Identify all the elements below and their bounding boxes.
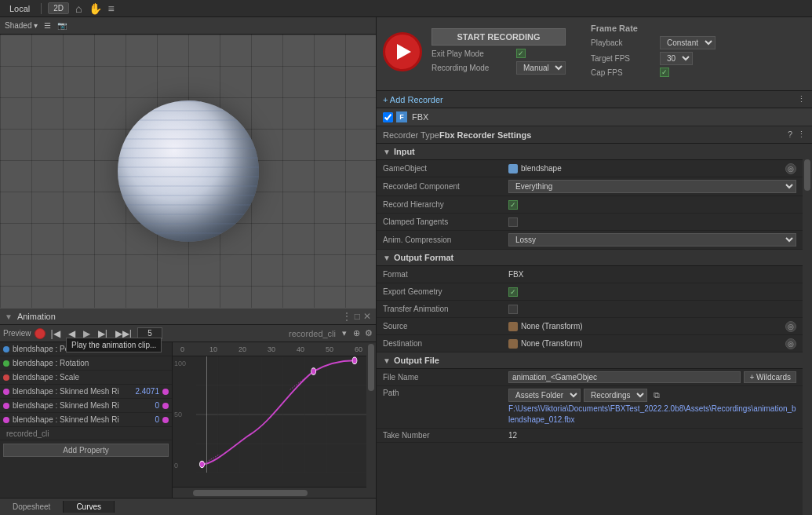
transfer-animation-value	[508, 305, 796, 314]
skip-start-button[interactable]: |◀	[49, 329, 63, 338]
right-scroll-thumb[interactable]	[804, 159, 810, 191]
path-controls: Assets Folder Recordings ⧉	[508, 389, 796, 402]
export-geometry-value: ✓	[508, 287, 796, 297]
help-icon[interactable]: ?	[788, 130, 792, 140]
exit-play-mode-check[interactable]: ✓	[516, 49, 526, 58]
track-name-3: blendshape : Skinned Mesh Ri	[13, 387, 125, 396]
record-button[interactable]	[35, 328, 46, 339]
recorded-component-label: Recorded Component	[383, 182, 508, 191]
track-icon-3	[3, 389, 9, 395]
vp-camera-btn[interactable]: 📷	[57, 21, 67, 30]
destination-select-btn[interactable]: ◎	[785, 338, 796, 349]
anim-vscroll-thumb[interactable]	[368, 344, 374, 391]
path-label: Path	[383, 389, 508, 397]
track-keyframe-dot-4[interactable]	[162, 403, 169, 409]
settings-menu-icon[interactable]: ⋮	[797, 130, 806, 140]
exit-play-mode-label: Exit Play Mode	[431, 49, 510, 58]
output-format-section-header[interactable]: ▼ Output Format	[377, 250, 803, 266]
add-recorder-button[interactable]: + Add Recorder	[383, 95, 443, 104]
output-file-section-header[interactable]: ▼ Output File	[377, 352, 803, 369]
track-name-2: blendshape : Scale	[13, 373, 169, 382]
gameobject-select-btn[interactable]: ◎	[785, 163, 796, 174]
frame-input[interactable]: 5	[137, 327, 162, 339]
add-property-button[interactable]: Add Property	[3, 444, 169, 457]
layers-icon[interactable]: ≡	[108, 2, 115, 15]
ruler-mark-30: 30	[268, 345, 275, 353]
tab-dopesheet[interactable]: Dopesheet	[0, 501, 64, 513]
animation-track-5: blendshape : Skinned Mesh Ri0	[0, 413, 172, 427]
gameobject-obj: blendshape	[508, 164, 782, 173]
home-icon[interactable]: ⌂	[75, 2, 82, 15]
clip-add-icon[interactable]: ⊕	[353, 328, 360, 338]
cap-fps-checkmark-icon: ✓	[661, 68, 668, 76]
clip-arrow-icon[interactable]: ▾	[342, 328, 347, 338]
recording-mode-select[interactable]: Manual	[516, 61, 566, 75]
next-frame-button[interactable]: ▶|	[96, 329, 110, 338]
vp-shading-btn[interactable]: Shaded ▾	[5, 21, 38, 30]
track-keyframe-dot-3[interactable]	[162, 389, 169, 395]
hand-icon[interactable]: ✋	[89, 2, 102, 15]
input-section-header[interactable]: ▼ Input	[377, 144, 803, 160]
clip-settings-icon[interactable]: ⚙	[365, 328, 373, 338]
wildcards-button[interactable]: + Wildcards	[744, 371, 796, 383]
timeline-ruler: 0 10 20 30 40 50 60 70 80	[173, 342, 366, 356]
frame-rate-label: Frame Rate	[591, 24, 716, 33]
target-fps-row: Target FPS 30	[591, 52, 716, 65]
cap-fps-check[interactable]: ✓	[660, 68, 669, 77]
gameobject-value: blendshape ◎	[508, 163, 796, 174]
anim-panel-collapse-icon[interactable]: ▼	[5, 312, 13, 321]
curve-svg	[196, 356, 366, 473]
right-scrollbar[interactable]	[803, 144, 812, 515]
anim-compression-select[interactable]: Lossy	[508, 233, 796, 247]
recorder-list-options-icon[interactable]: ⋮	[797, 94, 806, 104]
local-dropdown[interactable]: Local	[5, 2, 35, 15]
skip-end-button[interactable]: ▶▶|	[113, 329, 134, 338]
recording-mode-row: Recording Mode Manual	[431, 61, 566, 75]
track-keyframe-dot-5[interactable]	[162, 417, 169, 423]
transfer-animation-check[interactable]	[508, 305, 518, 314]
source-field: Source None (Transform) ◎	[377, 318, 803, 335]
timeline-hscroll[interactable]	[173, 487, 366, 498]
file-name-input[interactable]: animation_<GameObjec	[508, 371, 741, 383]
recorder-list-item[interactable]: F FBX	[377, 108, 812, 126]
playback-select[interactable]: Constant	[660, 36, 716, 49]
take-number-value: 12	[508, 431, 796, 440]
format-text: FBX	[508, 270, 523, 279]
output-file-arrow-icon: ▼	[383, 356, 391, 365]
clip-selector[interactable]: recorded_cli	[289, 329, 336, 338]
export-geometry-field: Export Geometry ✓	[377, 283, 803, 301]
format-label: Format	[383, 270, 508, 279]
source-select-btn[interactable]: ◎	[785, 321, 796, 332]
path-folder-select[interactable]: Assets Folder	[508, 389, 581, 402]
path-subfolder-select[interactable]: Recordings	[584, 389, 647, 402]
target-fps-select[interactable]: 30	[660, 52, 693, 65]
vp-wireframe-btn[interactable]: ☰	[44, 21, 51, 30]
destination-label: Destination	[383, 339, 508, 348]
path-open-button[interactable]: ⧉	[654, 390, 660, 400]
play-button[interactable]: ▶	[81, 329, 93, 338]
hscroll-thumb[interactable]	[193, 490, 308, 496]
tab-curves[interactable]: Curves	[64, 501, 115, 513]
panel-close-icon[interactable]: ✕	[363, 311, 371, 322]
destination-field: Destination None (Transform) ◎	[377, 335, 803, 352]
animation-body: blendshape : Positionblendshape : Rotati…	[0, 342, 376, 498]
take-number-text: 12	[508, 431, 517, 440]
clamped-tangents-check[interactable]	[508, 217, 518, 227]
recorded-component-select[interactable]: Everything	[508, 180, 796, 193]
main-layout: Shaded ▾ ☰ 📷 ▼ Animation ⋮ □ ✕	[0, 17, 812, 515]
animation-track-0: blendshape : Position	[0, 342, 172, 356]
ruler-mark-0: 0	[180, 345, 184, 353]
prev-frame-button[interactable]: ◀	[66, 329, 78, 338]
play-record-button[interactable]	[383, 32, 422, 71]
panel-options-icon[interactable]: ⋮	[342, 311, 351, 322]
recorder-checkbox[interactable]	[383, 112, 393, 122]
panel-maximize-icon[interactable]: □	[355, 311, 360, 322]
destination-obj-icon	[508, 339, 518, 349]
export-geometry-check[interactable]: ✓	[508, 287, 518, 297]
track-value-5: 0	[128, 415, 159, 424]
mode-2d-button[interactable]: 2D	[48, 2, 69, 14]
anim-vscroll[interactable]	[366, 342, 376, 498]
start-recording-button[interactable]: START RECORDING	[431, 28, 566, 46]
record-hierarchy-check[interactable]: ✓	[508, 200, 518, 210]
track-name-5: blendshape : Skinned Mesh Ri	[13, 415, 125, 424]
